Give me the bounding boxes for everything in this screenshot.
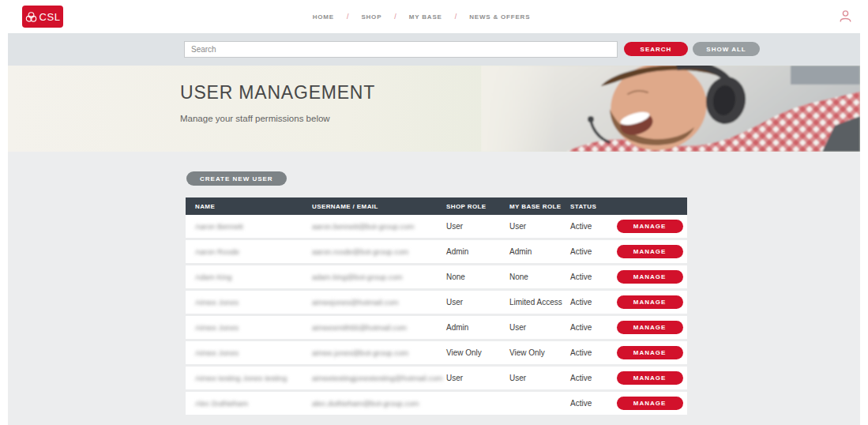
top-bar: CSL HOME / SHOP / MY BASE / NEWS & OFFER… (0, 0, 868, 33)
nav-separator: / (394, 13, 396, 21)
user-email: aaron.bennett@bot-group.com (312, 222, 446, 231)
manage-button[interactable]: MANAGE (617, 397, 683, 410)
status-value: Active (570, 298, 612, 307)
page-subtitle: Manage your staff permissions below (180, 114, 330, 123)
search-bar-section: SEARCH SHOW ALL (8, 33, 860, 66)
table-row: Alec Duthieham alec.duthieham@bot-group.… (186, 392, 687, 417)
table-row: Aimee testing Jones testing aimeetesting… (186, 367, 687, 392)
table-row: Adam King adam.king@bot-group.com None N… (186, 265, 687, 291)
table-row: Aimee Jones aimeejones@hotmail.com User … (186, 291, 687, 316)
user-email: adam.king@bot-group.com (312, 273, 446, 281)
col-header-username-email: USERNAME / EMAIL (312, 203, 446, 210)
col-header-status: STATUS (570, 203, 612, 210)
user-name: Aimee Jones (186, 323, 312, 332)
hero-banner: USER MANAGEMENT Manage your staff permis… (8, 66, 860, 152)
shop-role-value: User (446, 222, 509, 231)
user-name: Aaron Bennett (186, 222, 312, 231)
main-content: CREATE NEW USER NAME USERNAME / EMAIL SH… (8, 152, 860, 425)
search-input[interactable] (184, 41, 618, 58)
shop-role-value: Admin (446, 247, 509, 256)
table-row: Aaron Roode aaron.roode@bot-group.com Ad… (186, 240, 687, 265)
my-base-role-value: User (509, 323, 570, 332)
col-header-shop-role: SHOP ROLE (446, 203, 509, 210)
status-value: Active (570, 222, 612, 231)
user-name: Aimee Jones (186, 298, 312, 307)
shop-role-value: User (446, 374, 509, 382)
user-name: Adam King (186, 273, 312, 281)
manage-button[interactable]: MANAGE (617, 270, 683, 284)
col-header-my-base-role: MY BASE ROLE (509, 203, 570, 210)
user-name: Aimee testing Jones testing (186, 374, 312, 382)
my-base-role-value: Limited Access (509, 298, 570, 307)
shop-role-value: None (446, 273, 509, 281)
manage-button[interactable]: MANAGE (617, 220, 683, 233)
table-body: Aaron Bennett aaron.bennett@bot-group.co… (186, 215, 687, 417)
user-name: Aaron Roode (186, 247, 312, 256)
user-email: aimeesmith55@hotmail.com (312, 323, 446, 332)
status-value: Active (570, 247, 612, 256)
user-email: aimee.jones@bot-group.com (312, 348, 446, 357)
manage-button[interactable]: MANAGE (617, 295, 683, 309)
table-row: Aaron Bennett aaron.bennett@bot-group.co… (186, 215, 687, 240)
manage-button[interactable]: MANAGE (617, 245, 683, 258)
search-button[interactable]: SEARCH (624, 42, 688, 56)
hero-photo-man-with-headset (481, 66, 860, 152)
shop-role-value: Admin (446, 323, 509, 332)
nav-item[interactable]: SHOP (361, 13, 381, 21)
nav-item[interactable]: MY BASE (409, 13, 442, 21)
status-value: Active (570, 348, 612, 357)
user-email: alec.duthieham@bot-group.com (312, 399, 446, 408)
page-title: USER MANAGEMENT (180, 82, 375, 103)
status-value: Active (570, 399, 612, 408)
my-base-role-value: User (509, 222, 570, 231)
main-nav: HOME / SHOP / MY BASE / NEWS & OFFERS (0, 0, 868, 33)
user-email: aaron.roode@bot-group.com (312, 247, 446, 256)
my-base-role-value: None (509, 273, 570, 281)
nav-separator: / (347, 13, 349, 21)
user-table: NAME USERNAME / EMAIL SHOP ROLE MY BASE … (186, 197, 687, 417)
my-base-role-value: Admin (509, 247, 570, 256)
status-value: Active (570, 273, 612, 281)
show-all-button[interactable]: SHOW ALL (693, 42, 760, 56)
status-value: Active (570, 323, 612, 332)
manage-button[interactable]: MANAGE (617, 321, 683, 334)
shop-role-value: User (446, 298, 509, 307)
my-base-role-value: View Only (509, 348, 570, 357)
table-row: Aimee Jones aimeesmith55@hotmail.com Adm… (186, 316, 687, 341)
user-name: Aimee Jones (186, 348, 312, 357)
nav-item[interactable]: HOME (313, 13, 334, 21)
table-header-row: NAME USERNAME / EMAIL SHOP ROLE MY BASE … (186, 197, 687, 215)
table-row: Aimee Jones aimee.jones@bot-group.com Vi… (186, 341, 687, 367)
nav-separator: / (455, 13, 457, 21)
manage-button[interactable]: MANAGE (617, 371, 683, 385)
nav-item[interactable]: NEWS & OFFERS (469, 13, 530, 21)
create-new-user-button[interactable]: CREATE NEW USER (186, 171, 287, 186)
status-value: Active (570, 374, 612, 382)
account-person-icon[interactable] (838, 9, 853, 24)
col-header-name: NAME (186, 203, 312, 210)
manage-button[interactable]: MANAGE (617, 346, 683, 359)
my-base-role-value: User (509, 374, 570, 382)
user-email: aimeejones@hotmail.com (312, 298, 446, 307)
user-name: Alec Duthieham (186, 399, 312, 408)
user-email: aimeetestingjonestesting@hotmail.com (312, 374, 446, 382)
shop-role-value: View Only (446, 348, 509, 357)
